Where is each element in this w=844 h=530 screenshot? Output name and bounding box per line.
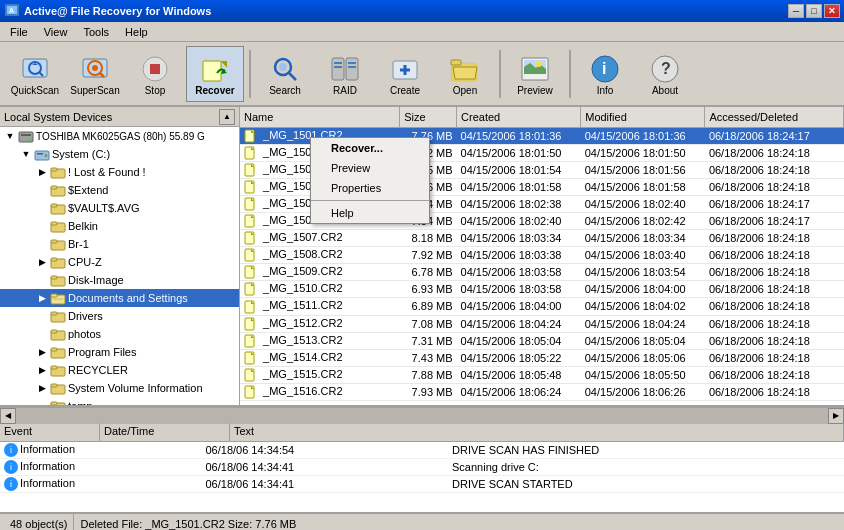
file-row[interactable]: _MG_1514.CR2 7.43 MB 04/15/2006 18:05:22… [240, 349, 844, 366]
tree-item-vault[interactable]: ▶ $VAULT$.AVG [0, 199, 239, 217]
svg-rect-11 [150, 64, 160, 74]
context-menu-help[interactable]: Help [311, 203, 429, 223]
tree-scroll-up[interactable]: ▲ [219, 109, 235, 125]
file-created: 04/15/2006 18:01:50 [457, 144, 581, 161]
toolbar: QuickScan SuperScan Stop Recover [0, 42, 844, 107]
file-row[interactable]: _MG_1511.CR2 6.89 MB 04/15/2006 18:04:00… [240, 298, 844, 315]
tree-item-drivers[interactable]: ▶ Drivers [0, 307, 239, 325]
file-size: 6.78 MB [400, 264, 457, 281]
tree-item-lostfound[interactable]: ▶ ! Lost & Found ! [0, 163, 239, 181]
search-icon [269, 53, 301, 85]
tree-item-br1[interactable]: ▶ Br-1 [0, 235, 239, 253]
file-size: 7.31 MB [400, 332, 457, 349]
file-accessed: 06/18/2006 18:24:18 [705, 264, 844, 281]
svg-rect-68 [51, 384, 57, 387]
search-button[interactable]: Search [256, 46, 314, 102]
toolbar-sep2 [499, 50, 501, 98]
tree-item-systemc[interactable]: ▼ System (C:) [0, 145, 239, 163]
preview-button[interactable]: Preview [506, 46, 564, 102]
file-icon [244, 334, 258, 348]
quickscan-button[interactable]: QuickScan [6, 46, 64, 102]
raid-icon [329, 53, 361, 85]
tree-item-sysvolinfo[interactable]: ▶ System Volume Information [0, 379, 239, 397]
file-name: _MG_1513.CR2 [240, 332, 400, 349]
svg-rect-55 [51, 276, 57, 279]
tree-item-docssettings[interactable]: ▶ Documents and Settings [0, 289, 239, 307]
tree-item-programfiles[interactable]: ▶ Program Files [0, 343, 239, 361]
about-button[interactable]: ? About [636, 46, 694, 102]
tree-label-drivers: Drivers [68, 310, 103, 322]
file-created: 04/15/2006 18:04:24 [457, 315, 581, 332]
close-button[interactable]: ✕ [824, 4, 840, 18]
col-modified[interactable]: Modified [581, 107, 705, 127]
log-text: Scanning drive C: [448, 459, 844, 476]
tree-label-cpuz: CPU-Z [68, 256, 102, 268]
col-size[interactable]: Size [400, 107, 457, 127]
scroll-left-button[interactable]: ◀ [0, 408, 16, 424]
horizontal-scrollbar[interactable]: ◀ ▶ [0, 407, 844, 423]
folder-icon [50, 182, 66, 198]
info-badge: i [4, 477, 18, 491]
create-button[interactable]: Create [376, 46, 434, 102]
file-row[interactable]: _MG_1508.CR2 7.92 MB 04/15/2006 18:03:38… [240, 247, 844, 264]
about-label: About [652, 85, 678, 96]
file-name: _MG_1509.CR2 [240, 264, 400, 281]
superscan-button[interactable]: SuperScan [66, 46, 124, 102]
menu-help[interactable]: Help [117, 24, 156, 40]
file-size: 7.43 MB [400, 349, 457, 366]
svg-point-38 [29, 138, 32, 141]
file-row[interactable]: _MG_1509.CR2 6.78 MB 04/15/2006 18:03:58… [240, 264, 844, 281]
menu-tools[interactable]: Tools [75, 24, 117, 40]
minimize-button[interactable]: ─ [788, 4, 804, 18]
title-bar: A Active@ File Recovery for Windows ─ □ … [0, 0, 844, 22]
maximize-button[interactable]: □ [806, 4, 822, 18]
file-accessed: 06/18/2006 18:24:18 [705, 144, 844, 161]
file-icon [244, 248, 258, 262]
scroll-right-button[interactable]: ▶ [828, 408, 844, 424]
context-menu-preview[interactable]: Preview [311, 158, 429, 178]
file-accessed: 06/18/2006 18:24:18 [705, 281, 844, 298]
open-button[interactable]: Open [436, 46, 494, 102]
menu-file[interactable]: File [2, 24, 36, 40]
file-icon [244, 231, 258, 245]
file-icon [244, 163, 258, 177]
tree-item-photos[interactable]: ▶ photos [0, 325, 239, 343]
file-modified: 04/15/2006 18:06:26 [581, 383, 705, 400]
info-icon: i [589, 53, 621, 85]
file-created: 04/15/2006 18:05:22 [457, 349, 581, 366]
file-row[interactable]: _MG_1513.CR2 7.31 MB 04/15/2006 18:05:04… [240, 332, 844, 349]
log-col-datetime: Date/Time [100, 423, 230, 441]
file-row[interactable]: _MG_1515.CR2 7.88 MB 04/15/2006 18:05:48… [240, 366, 844, 383]
tree-item-diskimage[interactable]: ▶ Disk-Image [0, 271, 239, 289]
context-menu-properties[interactable]: Properties [311, 178, 429, 198]
file-icon [244, 180, 258, 194]
file-created: 04/15/2006 18:05:04 [457, 332, 581, 349]
file-row[interactable]: _MG_1510.CR2 6.93 MB 04/15/2006 18:03:58… [240, 281, 844, 298]
col-accessed[interactable]: Accessed/Deleted [705, 107, 844, 127]
file-name: _MG_1515.CR2 [240, 366, 400, 383]
file-accessed: 06/18/2006 18:24:18 [705, 247, 844, 264]
tree-item-cpuz[interactable]: ▶ CPU-Z [0, 253, 239, 271]
file-accessed: 06/18/2006 18:24:18 [705, 178, 844, 195]
raid-button[interactable]: RAID [316, 46, 374, 102]
context-menu-recover[interactable]: Recover... [311, 138, 429, 158]
file-row[interactable]: _MG_1516.CR2 7.93 MB 04/15/2006 18:06:24… [240, 383, 844, 400]
tree-item-temp[interactable]: ▶ temp [0, 397, 239, 405]
scroll-track[interactable] [16, 408, 828, 424]
stop-button[interactable]: Stop [126, 46, 184, 102]
file-row[interactable]: _MG_1512.CR2 7.08 MB 04/15/2006 18:04:24… [240, 315, 844, 332]
col-name[interactable]: Name [240, 107, 400, 127]
menu-view[interactable]: View [36, 24, 76, 40]
tree-item-disk[interactable]: ▼ TOSHIBA MK6025GAS (80h) 55.89 G [0, 127, 239, 145]
recover-button[interactable]: Recover [186, 46, 244, 102]
stop-label: Stop [145, 85, 166, 96]
file-modified: 04/15/2006 18:05:50 [581, 366, 705, 383]
file-icon [244, 385, 258, 399]
log-datetime: 06/18/06 14:34:41 [201, 476, 448, 493]
tree-item-recycler[interactable]: ▶ RECYCLER [0, 361, 239, 379]
tree-item-extend[interactable]: ▶ $Extend [0, 181, 239, 199]
tree-item-belkin[interactable]: ▶ Belkin [0, 217, 239, 235]
col-created[interactable]: Created [457, 107, 581, 127]
file-row[interactable]: _MG_1507.CR2 8.18 MB 04/15/2006 18:03:34… [240, 230, 844, 247]
info-button[interactable]: i Info [576, 46, 634, 102]
